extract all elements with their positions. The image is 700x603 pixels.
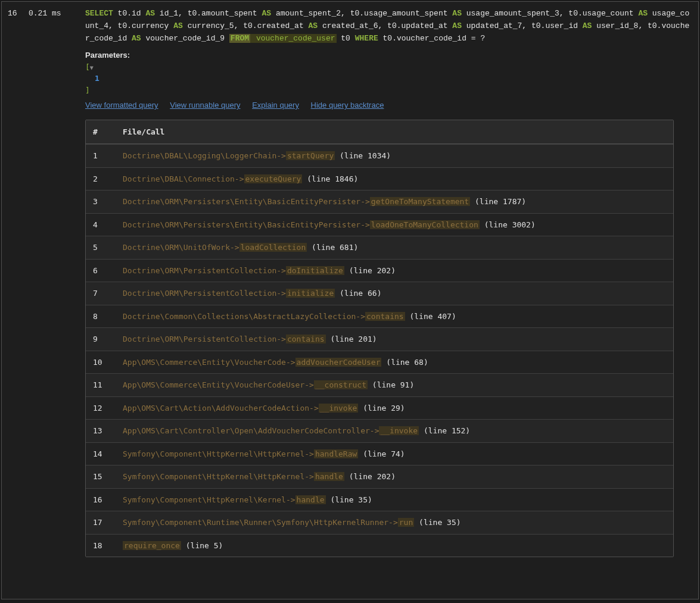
backtrace-row-number: 7 [86,282,116,305]
sql-keyword: AS [452,9,462,18]
trace-method: require_once [123,541,181,550]
backtrace-row-file: Doctrine\DBAL\Logging\LoggerChain->start… [116,144,673,167]
trace-method: executeQuery [244,174,303,183]
backtrace-row-number: 10 [86,351,116,374]
trace-class: App\OMS\Cart\Controller\Open\AddVoucherC… [123,426,379,435]
sql-table: voucher_code_user [250,34,336,43]
explain-query-link[interactable]: Explain query [252,101,299,110]
backtrace-header-row: # File/Call [86,120,673,145]
trace-class: Doctrine\ORM\Persisters\Entity\BasicEnti… [123,197,370,206]
trace-method: addVoucherCodeUser [295,358,382,367]
backtrace-row-number: 18 [86,534,116,557]
trace-line: (line 1787) [470,197,526,206]
backtrace-row[interactable]: 15Symfony\Component\HttpKernel\HttpKerne… [86,465,673,488]
backtrace-row-number: 12 [86,396,116,420]
trace-line: (line 1846) [302,174,358,183]
trace-line: (line 3002) [480,220,536,229]
backtrace-table: # File/Call 1Doctrine\DBAL\Logging\Logge… [85,120,674,558]
backtrace-row-number: 16 [86,488,116,511]
backtrace-row[interactable]: 12App\OMS\Cart\Action\AddVoucherCodeActi… [86,396,673,420]
view-formatted-query-link[interactable]: View formatted query [85,101,158,110]
sql-keyword: AS [262,9,271,18]
backtrace-row-number: 5 [86,236,116,259]
array-toggle-icon[interactable]: ▼ [90,64,94,71]
backtrace-row-file: Symfony\Component\HttpKernel\Kernel->han… [116,488,673,511]
query-links: View formatted query View runnable query… [85,99,693,111]
sql-keyword: AS [132,34,141,43]
sql-keyword: AS [308,21,318,30]
backtrace-row-file: Doctrine\ORM\Persisters\Entity\BasicEnti… [116,213,673,236]
backtrace-row[interactable]: 9Doctrine\ORM\PersistentCollection->cont… [86,327,673,351]
trace-method: __construct [314,380,368,389]
sql-text: amount_spent_2, t0.usage_amount_spent [271,9,452,18]
backtrace-row[interactable]: 4Doctrine\ORM\Persisters\Entity\BasicEnt… [86,213,673,236]
backtrace-row[interactable]: 2Doctrine\DBAL\Connection->executeQuery … [86,167,673,190]
query-content: SELECT t0.id AS id_1, t0.amount_spent AS… [85,8,693,557]
trace-class: Doctrine\ORM\PersistentCollection-> [123,335,286,343]
backtrace-row[interactable]: 11App\OMS\Commerce\Entity\VoucherCodeUse… [86,373,673,396]
backtrace-row-file: Doctrine\ORM\Persisters\Entity\BasicEnti… [116,190,673,213]
view-runnable-query-link[interactable]: View runnable query [170,101,240,110]
backtrace-row-number: 9 [86,327,116,351]
trace-line: (line 29) [358,404,405,413]
trace-method: run [398,518,414,527]
trace-line: (line 1034) [335,151,391,160]
trace-class: Doctrine\ORM\PersistentCollection-> [123,266,286,275]
backtrace-row-number: 11 [86,373,116,396]
sql-keyword: AS [173,21,183,30]
trace-line: (line 407) [405,312,456,321]
trace-line: (line 35) [414,518,461,527]
backtrace-row-number: 3 [86,190,116,213]
trace-line: (line 91) [368,380,414,389]
trace-line: (line 152) [419,426,470,435]
sql-keyword: AS [452,21,462,30]
backtrace-row-file: App\OMS\Commerce\Entity\VoucherCode->add… [116,351,673,374]
col-header-file: File/Call [116,120,673,145]
backtrace-row[interactable]: 16Symfony\Component\HttpKernel\Kernel->h… [86,488,673,511]
backtrace-row[interactable]: 17Symfony\Component\Runtime\Runner\Symfo… [86,511,673,534]
trace-class: Doctrine\Common\Collections\AbstractLazy… [123,312,365,321]
trace-class: Doctrine\ORM\PersistentCollection-> [123,289,286,298]
backtrace-row[interactable]: 6Doctrine\ORM\PersistentCollection->doIn… [86,259,673,282]
trace-line: (line 5) [181,541,223,550]
backtrace-row-number: 15 [86,465,116,488]
backtrace-row[interactable]: 1Doctrine\DBAL\Logging\LoggerChain->star… [86,144,673,167]
sql-keyword: AS [145,9,155,18]
array-open-bracket: [ [85,63,90,71]
backtrace-row[interactable]: 7Doctrine\ORM\PersistentCollection->init… [86,282,673,305]
backtrace-row-file: Doctrine\ORM\UnitOfWork->loadCollection … [116,236,673,259]
sql-text: voucher_code_id_9 [141,34,229,43]
trace-line: (line 66) [335,289,381,298]
sql-keyword: WHERE [355,34,378,43]
trace-method: getOneToManyStatement [370,197,470,206]
backtrace-row-file: Doctrine\ORM\PersistentCollection->conta… [116,327,673,351]
backtrace-row[interactable]: 10App\OMS\Commerce\Entity\VoucherCode->a… [86,351,673,374]
backtrace-row-number: 4 [86,213,116,236]
backtrace-row-number: 13 [86,419,116,442]
backtrace-row[interactable]: 18require_once (line 5) [86,534,673,557]
backtrace-row[interactable]: 14Symfony\Component\HttpKernel\HttpKerne… [86,442,673,465]
trace-line: (line 681) [307,243,358,252]
backtrace-row[interactable]: 8Doctrine\Common\Collections\AbstractLaz… [86,305,673,328]
sql-text: up­dated_at_7, t0.user_id [462,21,583,30]
trace-method: contains [286,335,326,343]
trace-method: __invoke [319,404,359,413]
sql-keyword: SELECT [85,9,113,18]
backtrace-row[interactable]: 3Doctrine\ORM\Persisters\Entity\BasicEnt… [86,190,673,213]
trace-method: contains [365,312,405,321]
backtrace-row[interactable]: 5Doctrine\ORM\UnitOfWork->loadCollection… [86,236,673,259]
backtrace-row-number: 14 [86,442,116,465]
trace-method: __invoke [379,426,419,435]
trace-line: (line 201) [326,335,377,343]
trace-line: (line 74) [358,449,405,458]
sql-text: created_at_6, t0.updated_at [318,21,452,30]
backtrace-row[interactable]: 13App\OMS\Cart\Controller\Open\AddVouche… [86,419,673,442]
backtrace-row-file: Symfony\Component\HttpKernel\HttpKernel-… [116,465,673,488]
trace-class: App\OMS\Commerce\Entity\VoucherCode-> [123,358,295,367]
trace-line: (line 68) [381,358,428,367]
trace-class: Symfony\Component\Runtime\Runner\Symfony… [123,518,398,527]
trace-method: loadOneToManyCollection [370,220,480,229]
backtrace-row-file: Doctrine\ORM\PersistentCollection->initi… [116,282,673,305]
backtrace-row-file: Doctrine\DBAL\Connection->executeQuery (… [116,167,673,190]
hide-backtrace-link[interactable]: Hide query backtrace [311,101,384,110]
